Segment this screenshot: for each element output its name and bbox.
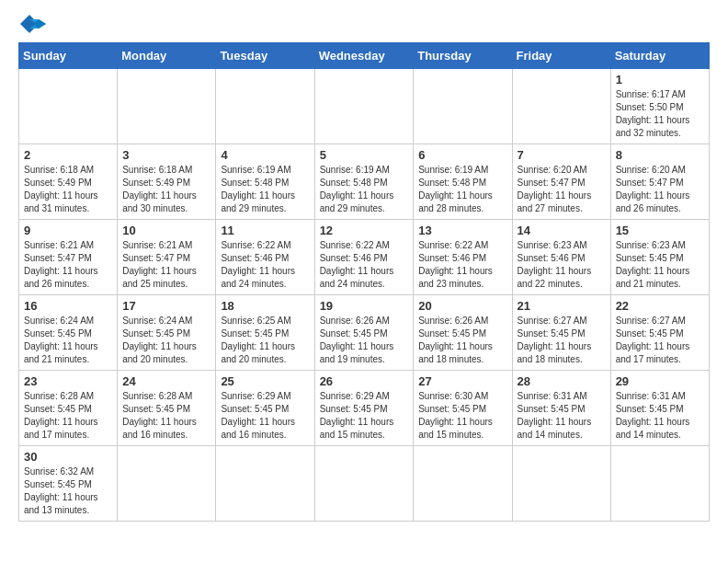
calendar-cell: 12Sunrise: 6:22 AM Sunset: 5:46 PM Dayli…: [314, 220, 414, 295]
calendar-cell: [216, 69, 314, 144]
cell-sun-info: Sunrise: 6:29 AM Sunset: 5:45 PM Dayligh…: [221, 390, 309, 442]
calendar-cell: 17Sunrise: 6:24 AM Sunset: 5:45 PM Dayli…: [118, 295, 216, 371]
calendar-cell: 10Sunrise: 6:21 AM Sunset: 5:47 PM Dayli…: [118, 220, 216, 295]
calendar-cell: 26Sunrise: 6:29 AM Sunset: 5:45 PM Dayli…: [314, 371, 414, 446]
day-number: 17: [122, 299, 210, 313]
day-number: 6: [418, 148, 506, 162]
weekday-header-wednesday: Wednesday: [314, 43, 414, 69]
calendar-cell: 24Sunrise: 6:28 AM Sunset: 5:45 PM Dayli…: [118, 371, 216, 446]
day-number: 4: [221, 148, 309, 162]
cell-sun-info: Sunrise: 6:26 AM Sunset: 5:45 PM Dayligh…: [418, 315, 506, 366]
day-number: 26: [320, 374, 409, 388]
weekday-header-monday: Monday: [118, 43, 216, 69]
cell-sun-info: Sunrise: 6:27 AM Sunset: 5:45 PM Dayligh…: [616, 315, 704, 366]
cell-sun-info: Sunrise: 6:22 AM Sunset: 5:46 PM Dayligh…: [221, 239, 309, 291]
day-number: 15: [616, 224, 704, 237]
day-number: 12: [320, 224, 409, 237]
calendar-cell: 28Sunrise: 6:31 AM Sunset: 5:45 PM Dayli…: [512, 371, 610, 446]
week-row-3: 16Sunrise: 6:24 AM Sunset: 5:45 PM Dayli…: [19, 295, 710, 371]
calendar-cell: 15Sunrise: 6:23 AM Sunset: 5:45 PM Dayli…: [610, 220, 709, 295]
cell-sun-info: Sunrise: 6:22 AM Sunset: 5:46 PM Dayligh…: [418, 239, 506, 291]
cell-sun-info: Sunrise: 6:18 AM Sunset: 5:49 PM Dayligh…: [122, 164, 210, 215]
day-number: 3: [122, 148, 210, 162]
calendar-cell: [414, 69, 512, 144]
calendar-cell: 30Sunrise: 6:32 AM Sunset: 5:45 PM Dayli…: [19, 446, 118, 522]
calendar-cell: [19, 69, 118, 144]
cell-sun-info: Sunrise: 6:24 AM Sunset: 5:45 PM Dayligh…: [122, 315, 210, 366]
cell-sun-info: Sunrise: 6:19 AM Sunset: 5:48 PM Dayligh…: [221, 164, 309, 215]
calendar-cell: [414, 446, 512, 522]
calendar-cell: 19Sunrise: 6:26 AM Sunset: 5:45 PM Dayli…: [314, 295, 414, 371]
calendar: SundayMondayTuesdayWednesdayThursdayFrid…: [18, 42, 710, 522]
calendar-cell: [118, 69, 216, 144]
calendar-cell: 18Sunrise: 6:25 AM Sunset: 5:45 PM Dayli…: [216, 295, 314, 371]
cell-sun-info: Sunrise: 6:29 AM Sunset: 5:45 PM Dayligh…: [320, 390, 409, 442]
cell-sun-info: Sunrise: 6:31 AM Sunset: 5:45 PM Dayligh…: [518, 390, 606, 442]
calendar-cell: 29Sunrise: 6:31 AM Sunset: 5:45 PM Dayli…: [610, 371, 709, 446]
day-number: 22: [616, 299, 704, 313]
day-number: 16: [24, 299, 112, 313]
weekday-header-saturday: Saturday: [610, 43, 709, 69]
weekday-header-row: SundayMondayTuesdayWednesdayThursdayFrid…: [19, 43, 710, 69]
day-number: 23: [24, 374, 112, 388]
calendar-cell: [216, 446, 314, 522]
cell-sun-info: Sunrise: 6:22 AM Sunset: 5:46 PM Dayligh…: [320, 239, 409, 291]
calendar-cell: 8Sunrise: 6:20 AM Sunset: 5:47 PM Daylig…: [610, 144, 709, 220]
day-number: 7: [518, 148, 606, 162]
week-row-5: 30Sunrise: 6:32 AM Sunset: 5:45 PM Dayli…: [19, 446, 710, 522]
day-number: 19: [320, 299, 409, 313]
calendar-cell: 16Sunrise: 6:24 AM Sunset: 5:45 PM Dayli…: [19, 295, 118, 371]
logo-blue-icon: [20, 15, 46, 33]
logo: [18, 15, 46, 33]
calendar-cell: [512, 446, 610, 522]
cell-sun-info: Sunrise: 6:19 AM Sunset: 5:48 PM Dayligh…: [320, 164, 409, 215]
calendar-cell: [314, 446, 414, 522]
cell-sun-info: Sunrise: 6:30 AM Sunset: 5:45 PM Dayligh…: [418, 390, 506, 442]
day-number: 10: [122, 224, 210, 237]
cell-sun-info: Sunrise: 6:21 AM Sunset: 5:47 PM Dayligh…: [24, 239, 112, 291]
calendar-cell: [118, 446, 216, 522]
calendar-cell: 3Sunrise: 6:18 AM Sunset: 5:49 PM Daylig…: [118, 144, 216, 220]
day-number: 1: [616, 73, 704, 86]
day-number: 25: [221, 374, 309, 388]
weekday-header-friday: Friday: [512, 43, 610, 69]
day-number: 24: [122, 374, 210, 388]
calendar-cell: 13Sunrise: 6:22 AM Sunset: 5:46 PM Dayli…: [414, 220, 512, 295]
day-number: 2: [24, 148, 112, 162]
day-number: 21: [518, 299, 606, 313]
day-number: 9: [24, 224, 112, 237]
day-number: 11: [221, 224, 309, 237]
cell-sun-info: Sunrise: 6:20 AM Sunset: 5:47 PM Dayligh…: [518, 164, 606, 215]
calendar-cell: 1Sunrise: 6:17 AM Sunset: 5:50 PM Daylig…: [610, 69, 709, 144]
calendar-cell: 9Sunrise: 6:21 AM Sunset: 5:47 PM Daylig…: [19, 220, 118, 295]
calendar-cell: 5Sunrise: 6:19 AM Sunset: 5:48 PM Daylig…: [314, 144, 414, 220]
week-row-0: 1Sunrise: 6:17 AM Sunset: 5:50 PM Daylig…: [19, 69, 710, 144]
calendar-cell: [314, 69, 414, 144]
week-row-1: 2Sunrise: 6:18 AM Sunset: 5:49 PM Daylig…: [19, 144, 710, 220]
week-row-4: 23Sunrise: 6:28 AM Sunset: 5:45 PM Dayli…: [19, 371, 710, 446]
cell-sun-info: Sunrise: 6:28 AM Sunset: 5:45 PM Dayligh…: [24, 390, 112, 442]
day-number: 8: [616, 148, 704, 162]
day-number: 13: [418, 224, 506, 237]
cell-sun-info: Sunrise: 6:24 AM Sunset: 5:45 PM Dayligh…: [24, 315, 112, 366]
calendar-cell: 27Sunrise: 6:30 AM Sunset: 5:45 PM Dayli…: [414, 371, 512, 446]
day-number: 20: [418, 299, 506, 313]
week-row-2: 9Sunrise: 6:21 AM Sunset: 5:47 PM Daylig…: [19, 220, 710, 295]
calendar-cell: 2Sunrise: 6:18 AM Sunset: 5:49 PM Daylig…: [19, 144, 118, 220]
day-number: 27: [418, 374, 506, 388]
calendar-cell: 20Sunrise: 6:26 AM Sunset: 5:45 PM Dayli…: [414, 295, 512, 371]
day-number: 18: [221, 299, 309, 313]
day-number: 28: [518, 374, 606, 388]
calendar-cell: 11Sunrise: 6:22 AM Sunset: 5:46 PM Dayli…: [216, 220, 314, 295]
cell-sun-info: Sunrise: 6:27 AM Sunset: 5:45 PM Dayligh…: [518, 315, 606, 366]
calendar-cell: 22Sunrise: 6:27 AM Sunset: 5:45 PM Dayli…: [610, 295, 709, 371]
cell-sun-info: Sunrise: 6:17 AM Sunset: 5:50 PM Dayligh…: [616, 88, 704, 140]
cell-sun-info: Sunrise: 6:20 AM Sunset: 5:47 PM Dayligh…: [616, 164, 704, 215]
calendar-cell: 23Sunrise: 6:28 AM Sunset: 5:45 PM Dayli…: [19, 371, 118, 446]
cell-sun-info: Sunrise: 6:25 AM Sunset: 5:45 PM Dayligh…: [221, 315, 309, 366]
weekday-header-sunday: Sunday: [19, 43, 118, 69]
calendar-cell: [610, 446, 709, 522]
calendar-cell: [512, 69, 610, 144]
calendar-cell: 14Sunrise: 6:23 AM Sunset: 5:46 PM Dayli…: [512, 220, 610, 295]
cell-sun-info: Sunrise: 6:21 AM Sunset: 5:47 PM Dayligh…: [122, 239, 210, 291]
